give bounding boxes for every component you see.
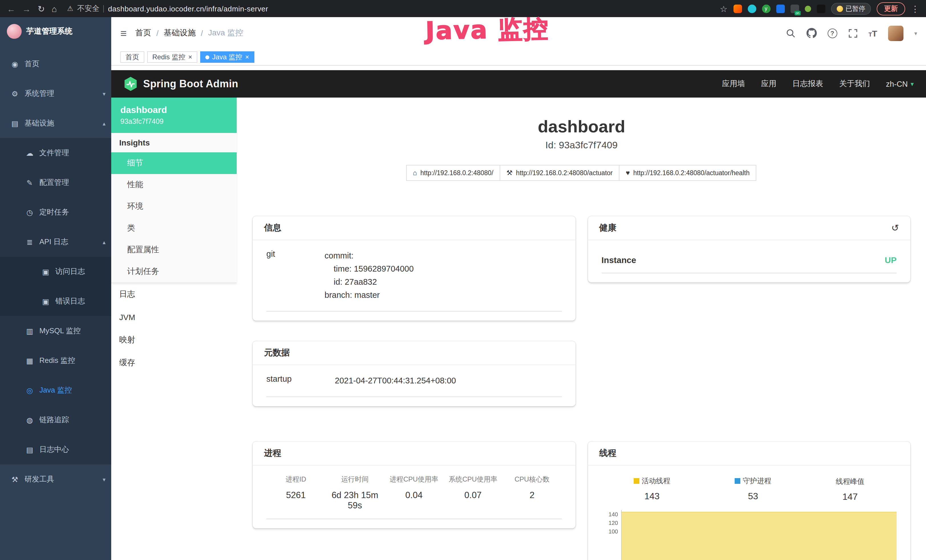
puzzle-extension-icon[interactable]	[817, 4, 825, 13]
sba-nav-wallboard[interactable]: 应用墙	[722, 79, 745, 89]
health-url-link[interactable]: ♥ http://192.168.0.2:48080/actuator/heal…	[619, 165, 756, 181]
process-card: 进程 进程ID 5261 运行时间	[253, 442, 575, 528]
link-label: http://192.168.0.2:48080/	[421, 170, 493, 176]
fullscreen-icon[interactable]	[848, 28, 858, 38]
menu-item-jvm[interactable]: JVM	[111, 306, 237, 328]
sba-brand-title: Spring Boot Admin	[143, 78, 238, 90]
sidebar-item-label: Redis 监控	[39, 356, 75, 366]
drop-extension-icon[interactable]	[747, 4, 756, 13]
instance-health-row[interactable]: Instance UP	[601, 249, 897, 273]
hamburger-icon[interactable]: ≡	[120, 28, 127, 38]
forward-icon[interactable]: →	[22, 4, 31, 13]
avatar-caret-icon[interactable]: ▾	[914, 30, 917, 36]
breadcrumb-infrastructure[interactable]: 基础设施	[164, 28, 196, 38]
metadata-card: 元数据 startup 2021-04-27T00:44:31.254+08:0…	[253, 341, 575, 406]
instance-title: dashboard	[237, 117, 926, 136]
sidebar-item-file-management[interactable]: ☁ 文件管理	[0, 138, 111, 168]
sidebar-item-scheduled-tasks[interactable]: ◷ 定时任务	[0, 197, 111, 227]
help-icon[interactable]: ?	[827, 28, 837, 38]
update-button[interactable]: 更新	[877, 2, 905, 15]
sidebar-item-label: 研发工具	[24, 474, 54, 484]
instance-url-link[interactable]: ⌂ http://192.168.0.2:48080/	[406, 165, 500, 181]
metric-label: 运行时间	[325, 475, 384, 484]
sidebar-item-label: 访问日志	[55, 266, 85, 277]
github-icon[interactable]	[806, 28, 817, 38]
menu-item-scheduled-tasks[interactable]: 计划任务	[111, 261, 237, 282]
sidebar-item-mysql-monitor[interactable]: ▥ MySQL 监控	[0, 316, 111, 346]
sidebar-item-error-logs[interactable]: ▣ 错误日志	[0, 286, 111, 316]
legend-value: 143	[634, 491, 670, 501]
sidebar-item-home[interactable]: ◉ 首页	[0, 49, 111, 79]
status-up-badge: UP	[885, 255, 897, 265]
address-bar[interactable]: ⚠ 不安全 dashboard.yudao.iocoder.cn/infra/a…	[67, 3, 268, 14]
locale-selector[interactable]: zh-CN ▾	[886, 80, 914, 88]
health-row-label: Instance	[601, 255, 636, 265]
chevron-up-icon: ▴	[103, 239, 106, 245]
breadcrumb-home[interactable]: 首页	[135, 28, 151, 38]
ytick: 140	[601, 510, 618, 519]
spring-boot-admin-logo	[124, 76, 138, 91]
back-icon[interactable]: ←	[7, 4, 15, 13]
sidebar-item-api-logs[interactable]: ≣ API 日志 ▴	[0, 227, 111, 257]
link-label: http://192.168.0.2:48080/actuator	[516, 170, 613, 176]
sidebar-item-label: 基础设施	[24, 118, 54, 129]
legend-value: 147	[836, 492, 864, 502]
flame-extension-icon[interactable]	[733, 4, 742, 13]
legend-peak-threads: 线程峰值 147	[836, 476, 864, 502]
search-icon[interactable]	[786, 28, 795, 38]
info-card: 信息 git commit: time: 1596289704000 id: 2…	[253, 216, 575, 321]
avatar[interactable]	[888, 26, 903, 41]
menu-item-config-props[interactable]: 配置属性	[111, 239, 237, 261]
paused-badge[interactable]: 已暂停	[831, 3, 871, 15]
close-icon[interactable]: ×	[188, 54, 192, 61]
dashboard-icon: ◉	[10, 60, 20, 68]
proxy-extension-icon[interactable]: on	[790, 4, 799, 13]
browser-toolbar-right: ☆ y on 已暂停 更新 ⋮	[720, 2, 920, 15]
sba-nav-journal[interactable]: 日志报表	[792, 79, 823, 89]
sidebar-item-label: MySQL 监控	[39, 326, 81, 336]
reload-icon[interactable]: ↻	[38, 4, 45, 13]
browser-menu-icon[interactable]: ⋮	[911, 4, 920, 13]
menu-item-details[interactable]: 细节	[111, 152, 237, 174]
menu-item-environment[interactable]: 环境	[111, 196, 237, 217]
sidebar-item-system-management[interactable]: ⚙ 系统管理 ▾	[0, 79, 111, 108]
chevron-down-icon: ▾	[103, 91, 106, 97]
url-text[interactable]: dashboard.yudao.iocoder.cn/infra/admin-s…	[108, 4, 268, 13]
tab-java-monitor[interactable]: Java 监控 ×	[200, 51, 254, 63]
sidebar-item-infrastructure[interactable]: ▤ 基础设施 ▴	[0, 108, 111, 138]
bookmark-star-icon[interactable]: ☆	[720, 4, 728, 13]
sidebar-item-java-monitor[interactable]: ◎ Java 监控	[0, 375, 111, 405]
grid-extension-icon[interactable]	[776, 4, 785, 13]
sidebar-item-tracing[interactable]: ◍ 链路追踪	[0, 405, 111, 435]
font-size-icon[interactable]: TT	[869, 29, 877, 37]
menu-item-caches[interactable]: 缓存	[111, 351, 237, 374]
sidebar-item-log-center[interactable]: ▤ 日志中心	[0, 435, 111, 465]
leaf-extension-icon[interactable]	[805, 5, 811, 12]
tab-home[interactable]: 首页	[120, 51, 144, 63]
close-icon[interactable]: ×	[245, 54, 249, 61]
menu-item-mappings[interactable]: 映射	[111, 328, 237, 351]
heart-icon: ♥	[626, 169, 630, 177]
document-icon: ▣	[41, 267, 50, 276]
instance-header[interactable]: dashboard 93a3fc7f7409	[111, 98, 237, 133]
sidebar-item-access-logs[interactable]: ▣ 访问日志	[0, 257, 111, 286]
metric-value: 5261	[266, 490, 325, 500]
y-extension-icon[interactable]: y	[762, 4, 770, 13]
cards-grid: 信息 git commit: time: 1596289704000 id: 2…	[237, 216, 926, 560]
header-actions: ? TT ▾	[786, 26, 917, 41]
menu-item-performance[interactable]: 性能	[111, 174, 237, 196]
sidebar-item-label: 定时任务	[39, 207, 69, 217]
sba-nav-applications[interactable]: 应用	[761, 79, 776, 89]
git-branch-line: branch: master	[325, 289, 414, 302]
sidebar-item-dev-tools[interactable]: ⚒ 研发工具 ▾	[0, 465, 111, 494]
home-icon[interactable]: ⌂	[51, 4, 57, 13]
sidebar-item-redis-monitor[interactable]: ▦ Redis 监控	[0, 346, 111, 375]
history-icon[interactable]: ↺	[891, 222, 899, 233]
tab-redis-monitor[interactable]: Redis 监控 ×	[147, 51, 197, 63]
sba-nav-about[interactable]: 关于我们	[839, 79, 870, 89]
actuator-url-link[interactable]: ⚒ http://192.168.0.2:48080/actuator	[500, 165, 619, 181]
menu-item-classes[interactable]: 类	[111, 217, 237, 239]
menu-item-logs[interactable]: 日志	[111, 283, 237, 306]
sidebar-item-config-management[interactable]: ✎ 配置管理	[0, 168, 111, 197]
security-label[interactable]: 不安全	[77, 3, 100, 14]
